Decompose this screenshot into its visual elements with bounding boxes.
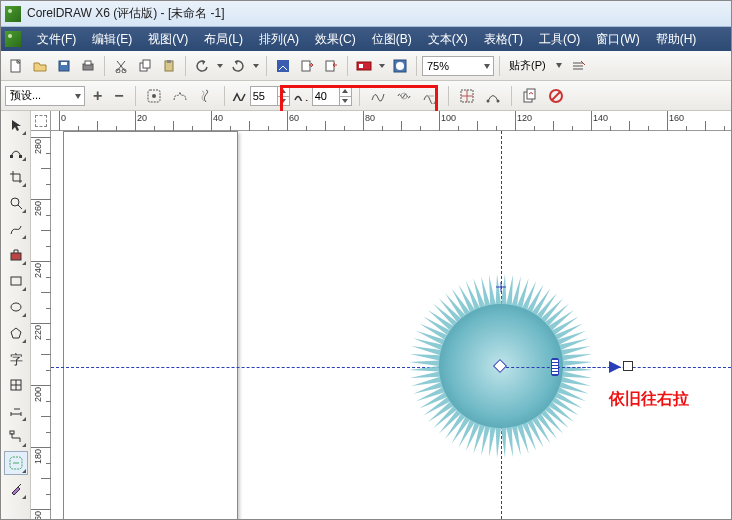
toolbox: 字 [1, 111, 31, 519]
doc-icon[interactable] [5, 31, 21, 47]
zigzag-frequency-spin[interactable] [312, 86, 352, 106]
local-distort-button[interactable] [419, 85, 441, 107]
spin-down[interactable] [339, 96, 351, 105]
menu-file[interactable]: 文件(F) [29, 27, 84, 51]
push-pull-distort-button[interactable] [143, 85, 165, 107]
open-button[interactable] [29, 55, 51, 77]
separator [224, 86, 225, 106]
horizontal-ruler[interactable]: 020406080100120140160180 [51, 111, 731, 131]
redo-button[interactable] [227, 55, 249, 77]
hruler-label: 100 [441, 113, 456, 123]
connector-tool[interactable] [4, 425, 28, 449]
save-button[interactable] [53, 55, 75, 77]
twister-distort-button[interactable] [195, 85, 217, 107]
svg-text:字: 字 [10, 352, 23, 366]
spin-up[interactable] [339, 87, 351, 96]
app-launcher-button[interactable] [389, 55, 411, 77]
shape-tool[interactable] [4, 139, 28, 163]
menu-edit[interactable]: 编辑(E) [84, 27, 140, 51]
ellipse-tool[interactable] [4, 295, 28, 319]
menu-help[interactable]: 帮助(H) [648, 27, 705, 51]
preset-remove-button[interactable]: − [110, 87, 127, 105]
menu-tools[interactable]: 工具(O) [531, 27, 588, 51]
svg-point-23 [496, 99, 499, 102]
import-button[interactable] [296, 55, 318, 77]
redo-drop[interactable] [251, 55, 261, 77]
clear-distort-button[interactable] [545, 85, 567, 107]
spin-down[interactable] [277, 96, 289, 105]
smart-fill-tool[interactable] [4, 243, 28, 267]
print-button[interactable] [77, 55, 99, 77]
new-button[interactable] [5, 55, 27, 77]
copy-properties-button[interactable] [519, 85, 541, 107]
separator [135, 86, 136, 106]
vertical-ruler[interactable]: 280260240220200180160 [31, 131, 51, 519]
freehand-tool[interactable] [4, 217, 28, 241]
zigzag-frequency-input[interactable] [313, 90, 339, 102]
ruler-origin[interactable] [31, 111, 51, 131]
menu-text[interactable]: 文本(X) [420, 27, 476, 51]
svg-marker-33 [11, 328, 21, 338]
menu-layout[interactable]: 布局(L) [196, 27, 251, 51]
dimension-tool[interactable] [4, 399, 28, 423]
menu-table[interactable]: 表格(T) [476, 27, 531, 51]
vruler-label: 220 [33, 325, 43, 340]
hruler-label: 120 [517, 113, 532, 123]
paste-button[interactable] [158, 55, 180, 77]
crop-tool[interactable] [4, 165, 28, 189]
zigzag-amplitude-spin[interactable] [250, 86, 290, 106]
cut-button[interactable] [110, 55, 132, 77]
undo-drop[interactable] [215, 55, 225, 77]
titlebar: CorelDRAW X6 (评估版) - [未命名 -1] [1, 1, 731, 27]
menu-view[interactable]: 视图(V) [140, 27, 196, 51]
publish-button[interactable] [353, 55, 375, 77]
distort-direction-arrow[interactable] [609, 361, 621, 373]
smooth-distort-button[interactable] [393, 85, 415, 107]
interactive-distort-tool[interactable] [4, 451, 28, 475]
snap-combo[interactable]: 贴齐(P) [505, 56, 565, 76]
preset-combo[interactable]: 预设... [5, 86, 85, 106]
distort-vector-line[interactable] [501, 367, 621, 368]
polygon-tool[interactable] [4, 321, 28, 345]
zigzag-amplitude-input[interactable] [251, 90, 277, 102]
zigzag-amplitude-icon [232, 91, 246, 101]
eyedropper-tool[interactable] [4, 477, 28, 501]
random-distort-button[interactable] [367, 85, 389, 107]
canvas[interactable]: 依旧往右拉 [51, 131, 731, 519]
separator [499, 56, 500, 76]
menu-bitmaps[interactable]: 位图(B) [364, 27, 420, 51]
center-distort-button[interactable] [456, 85, 478, 107]
menu-effects[interactable]: 效果(C) [307, 27, 364, 51]
zipper-distort-button[interactable] [169, 85, 191, 107]
svg-rect-31 [11, 277, 21, 285]
table-tool[interactable] [4, 373, 28, 397]
hruler-label: 60 [289, 113, 299, 123]
menu-arrange[interactable]: 排列(A) [251, 27, 307, 51]
hruler-label: 20 [137, 113, 147, 123]
options-button[interactable] [567, 55, 589, 77]
preset-add-button[interactable]: + [89, 87, 106, 105]
menubar: 文件(F) 编辑(E) 视图(V) 布局(L) 排列(A) 效果(C) 位图(B… [1, 27, 731, 51]
distort-amplitude-handle[interactable] [551, 358, 559, 376]
undo-button[interactable] [191, 55, 213, 77]
menu-window[interactable]: 窗口(W) [588, 27, 647, 51]
convert-curve-button[interactable] [482, 85, 504, 107]
export-button[interactable] [320, 55, 342, 77]
standard-toolbar: 75% 贴齐(P) [1, 51, 731, 81]
text-tool[interactable]: 字 [4, 347, 28, 371]
separator [266, 56, 267, 76]
rectangle-tool[interactable] [4, 269, 28, 293]
svg-rect-10 [167, 60, 171, 63]
separator [185, 56, 186, 76]
spin-up[interactable] [277, 87, 289, 96]
pick-tool[interactable] [4, 113, 28, 137]
zoom-tool[interactable] [4, 191, 28, 215]
separator [448, 86, 449, 106]
hruler-label: 0 [61, 113, 66, 123]
zoom-combo[interactable]: 75% [422, 56, 494, 76]
search-button[interactable] [272, 55, 294, 77]
copy-button[interactable] [134, 55, 156, 77]
distort-end-handle[interactable] [623, 361, 633, 371]
svg-rect-8 [143, 60, 150, 68]
publish-drop[interactable] [377, 55, 387, 77]
